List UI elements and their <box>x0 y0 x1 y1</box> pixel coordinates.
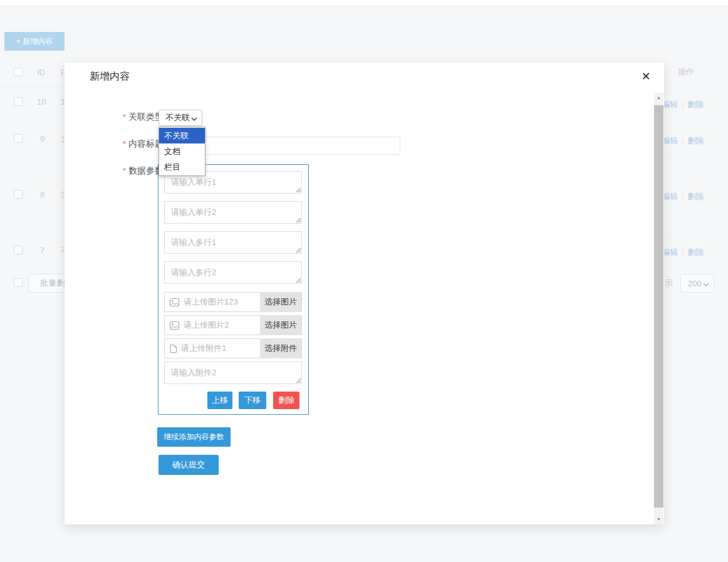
column-header-title-clipped: 内 <box>61 67 64 77</box>
required-asterisk: * <box>123 139 126 148</box>
page-size-select[interactable]: 200 <box>680 274 714 293</box>
data-params-label: *数据参数 <box>90 165 164 177</box>
choose-image-button[interactable]: 选择图片 <box>260 292 301 312</box>
link-divider: | <box>678 137 687 145</box>
content-title-label: *内容标题 <box>90 138 164 150</box>
row-id: 10 <box>37 97 46 107</box>
row-checkbox[interactable] <box>14 190 23 199</box>
row-actions: 编辑|删除 <box>662 190 704 202</box>
link-divider: | <box>678 248 687 257</box>
multi-line-2-textarea[interactable] <box>164 261 302 284</box>
top-strip <box>0 0 728 6</box>
modal-scrollbar: ▲ ▼ <box>654 93 663 524</box>
single-line-2-textarea[interactable] <box>164 201 302 224</box>
upload-placeholder: 请上传图片2 <box>179 320 260 331</box>
page-size-label-clipped: 示 <box>665 278 673 288</box>
row-checkbox[interactable] <box>14 97 23 106</box>
row-id: 9 <box>40 134 44 144</box>
delete-link[interactable]: 删除 <box>687 136 704 145</box>
upload-image-2-row: 请上传图片2 选择图片 <box>164 315 302 335</box>
select-all-checkbox[interactable] <box>14 68 23 76</box>
delete-link[interactable]: 删除 <box>687 192 704 201</box>
row-checkbox[interactable] <box>14 134 23 143</box>
required-asterisk: * <box>123 112 126 122</box>
file-icon <box>165 345 177 353</box>
relation-type-label: *关联类型 <box>90 112 164 123</box>
footer-checkbox[interactable] <box>14 278 23 287</box>
add-more-params-button[interactable]: 继续添加内容参数 <box>157 427 231 447</box>
upload-placeholder: 请上传附件1 <box>177 343 260 354</box>
scrollbar-down-arrow[interactable]: ▼ <box>654 514 663 524</box>
dropdown-option-column[interactable]: 栏目 <box>159 159 205 175</box>
image-icon <box>165 298 179 306</box>
choose-file-button[interactable]: 选择附件 <box>260 338 301 358</box>
row-checkbox[interactable] <box>14 246 23 254</box>
relation-type-value: 不关联 <box>165 112 190 123</box>
dropdown-option-document[interactable]: 文档 <box>159 143 205 159</box>
row-title-clipped: 关 <box>61 134 64 144</box>
column-header-id: ID <box>37 68 45 78</box>
param-group: 请上传图片123 选择图片 请上传图片2 选择图片 请上传附件1 选择附件 上移… <box>158 164 309 415</box>
row-title-clipped: 关 <box>61 190 64 200</box>
relation-type-select[interactable]: 不关联 <box>159 110 202 126</box>
upload-file-row: 请上传附件1 选择附件 <box>164 338 302 358</box>
page-size-value: 200 <box>688 279 702 288</box>
submit-button[interactable]: 确认提交 <box>159 455 219 475</box>
upload-image-1-row: 请上传图片123 选择图片 <box>164 292 302 312</box>
multi-line-1-textarea[interactable] <box>164 231 302 254</box>
link-divider: | <box>678 192 687 201</box>
row-title-clipped: 不 <box>61 246 64 256</box>
chevron-down-icon <box>191 113 197 123</box>
chevron-down-icon <box>703 279 709 288</box>
row-id: 8 <box>40 190 44 200</box>
scrollbar-up-arrow[interactable]: ▲ <box>654 93 663 103</box>
relation-type-dropdown: 不关联 文档 栏目 <box>159 127 205 176</box>
add-content-button[interactable]: + 新增内容 <box>4 32 65 51</box>
move-up-button[interactable]: 上移 <box>207 392 232 409</box>
move-down-button[interactable]: 下移 <box>239 392 266 409</box>
row-id: 7 <box>40 246 44 256</box>
add-content-modal: 新增内容 ✕ *关联类型 不关联 不关联 文档 栏目 *内容标题 *数据参数 请… <box>65 63 664 524</box>
row-divider <box>664 88 728 89</box>
row-actions: 编辑|删除 <box>662 246 704 258</box>
choose-image-button[interactable]: 选择图片 <box>260 315 301 335</box>
column-header-actions: 操作 <box>678 67 694 77</box>
image-icon <box>165 321 179 330</box>
dropdown-option-no-relation[interactable]: 不关联 <box>159 128 205 143</box>
attachment-2-textarea[interactable] <box>164 362 302 384</box>
row-actions: 编辑|删除 <box>662 98 704 110</box>
link-divider: | <box>678 100 687 109</box>
delete-link[interactable]: 删除 <box>687 100 704 109</box>
modal-title: 新增内容 <box>90 70 130 83</box>
delete-param-button[interactable]: 删除 <box>273 392 299 409</box>
delete-link[interactable]: 删除 <box>687 247 704 257</box>
required-asterisk: * <box>123 166 126 175</box>
upload-placeholder: 请上传图片123 <box>179 296 260 308</box>
row-actions: 编辑|删除 <box>662 135 704 147</box>
close-icon[interactable]: ✕ <box>637 68 655 85</box>
row-title-clipped: 1 <box>61 97 64 107</box>
scrollbar-thumb[interactable] <box>654 105 663 507</box>
